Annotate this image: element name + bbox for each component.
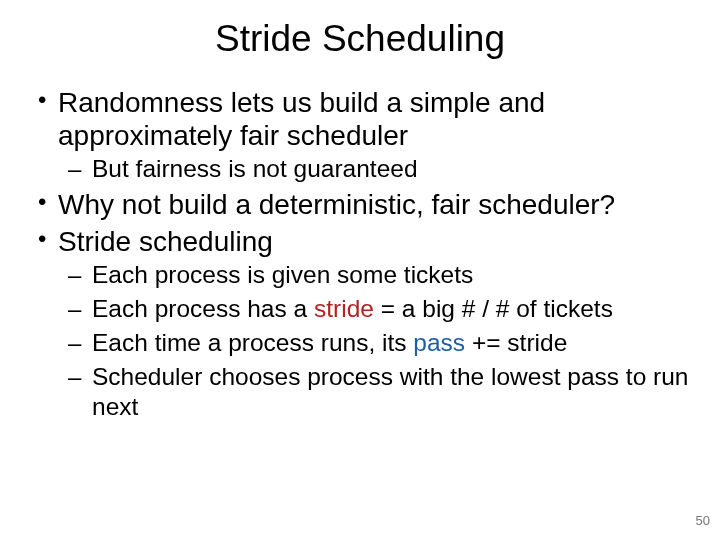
sub-bullet-list: Each process is given some tickets Each … xyxy=(58,260,692,421)
sub-bullet-text: But fairness is not guaranteed xyxy=(92,155,418,182)
sub-bullet-text-post: += stride xyxy=(465,329,567,356)
term-pass: pass xyxy=(413,329,465,356)
page-number: 50 xyxy=(696,513,710,528)
sub-bullet-text-pre: Each time a process runs, its xyxy=(92,329,413,356)
term-stride: stride xyxy=(314,295,374,322)
bullet-randomness: Randomness lets us build a simple and ap… xyxy=(32,86,692,184)
sub-bullet-list: But fairness is not guaranteed xyxy=(58,154,692,184)
slide-body: Randomness lets us build a simple and ap… xyxy=(0,86,720,421)
sub-bullet-text-pre: Each process has a xyxy=(92,295,314,322)
bullet-text: Why not build a deterministic, fair sche… xyxy=(58,189,615,220)
slide-title: Stride Scheduling xyxy=(0,18,720,60)
bullet-list: Randomness lets us build a simple and ap… xyxy=(32,86,692,421)
sub-bullet-fairness: But fairness is not guaranteed xyxy=(58,154,692,184)
bullet-stride-scheduling: Stride scheduling Each process is given … xyxy=(32,225,692,421)
sub-bullet-text-post: = a big # / # of tickets xyxy=(374,295,613,322)
sub-bullet-pass-update: Each time a process runs, its pass += st… xyxy=(58,328,692,358)
sub-bullet-text: Scheduler chooses process with the lowes… xyxy=(92,363,688,420)
bullet-text: Stride scheduling xyxy=(58,226,273,257)
sub-bullet-tickets: Each process is given some tickets xyxy=(58,260,692,290)
slide: Stride Scheduling Randomness lets us bui… xyxy=(0,18,720,540)
sub-bullet-text: Each process is given some tickets xyxy=(92,261,473,288)
bullet-text: Randomness lets us build a simple and ap… xyxy=(58,87,545,151)
sub-bullet-lowest-pass: Scheduler chooses process with the lowes… xyxy=(58,362,692,422)
bullet-deterministic: Why not build a deterministic, fair sche… xyxy=(32,188,692,221)
sub-bullet-stride-def: Each process has a stride = a big # / # … xyxy=(58,294,692,324)
